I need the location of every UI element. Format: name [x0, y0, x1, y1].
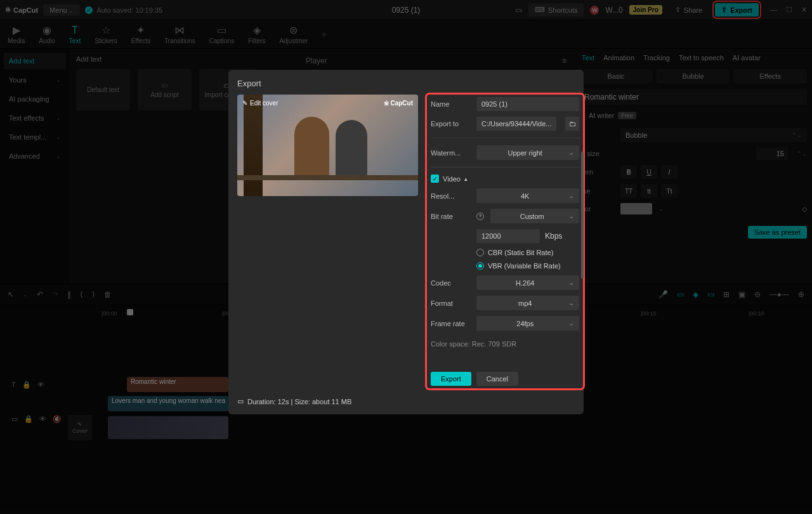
browse-folder-button[interactable]: 🗀 [565, 117, 579, 131]
scrollbar[interactable] [581, 152, 584, 279]
cbr-radio[interactable]: CBR (Static Bit Rate) [476, 249, 579, 256]
resolution-select[interactable]: 4K [476, 188, 579, 203]
dialog-title: Export [237, 79, 575, 88]
video-checkbox[interactable]: ✓ [431, 175, 439, 183]
format-select[interactable]: mp4 [476, 296, 579, 310]
name-label: Name [431, 100, 470, 108]
codec-label: Codec [431, 279, 470, 287]
kbps-input[interactable]: 12000 [476, 229, 540, 243]
colorspace-info: Color space: Rec. 709 SDR [431, 340, 579, 348]
format-label: Format [431, 300, 470, 307]
framerate-select[interactable]: 24fps [476, 316, 579, 331]
exportto-label: Export to [431, 120, 470, 128]
vbr-radio[interactable]: VBR (Variable Bit Rate) [476, 262, 579, 270]
info-icon[interactable]: ? [476, 213, 484, 220]
modal-overlay: Export ✎Edit cover ※ CapCut Name0925 (1)… [0, 0, 812, 514]
edit-cover-button[interactable]: ✎Edit cover [242, 100, 278, 107]
cancel-button[interactable]: Cancel [476, 372, 518, 386]
codec-select[interactable]: H.264 [476, 275, 579, 290]
video-section-label: Video [443, 175, 461, 183]
exportto-input[interactable]: C:/Users/93444/Vide... [476, 117, 556, 131]
name-input[interactable]: 0925 (1) [476, 97, 579, 111]
watermark-label: Waterm... [431, 149, 470, 157]
bitrate-select[interactable]: Custom [490, 209, 579, 223]
pencil-icon: ✎ [242, 100, 247, 107]
capcut-watermark: ※ CapCut [384, 100, 413, 107]
framerate-label: Frame rate [431, 320, 470, 327]
cover-preview: ✎Edit cover ※ CapCut [237, 95, 418, 196]
film-icon: ▭ [237, 397, 244, 405]
export-settings: Name0925 (1) Export toC:/Users/93444/Vid… [427, 95, 583, 388]
export-info: ▭Duration: 12s | Size: about 11 MB [237, 397, 351, 405]
kbps-label: Kbps [545, 232, 562, 241]
resolution-label: Resol... [431, 192, 470, 200]
watermark-select[interactable]: Upper right [476, 145, 579, 160]
export-confirm-button[interactable]: Export [431, 372, 471, 386]
export-dialog: Export ✎Edit cover ※ CapCut Name0925 (1)… [228, 70, 584, 414]
bitrate-label: Bit rate [431, 213, 470, 220]
